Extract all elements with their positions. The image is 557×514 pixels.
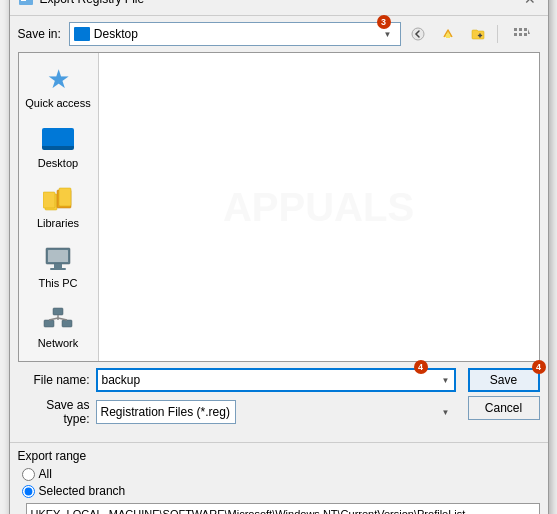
registry-icon bbox=[18, 0, 34, 7]
radio-selected-branch[interactable] bbox=[22, 485, 35, 498]
sidebar-item-quickaccess-label: Quick access bbox=[25, 97, 90, 109]
save-in-combo-wrap: Desktop ▼ 3 bbox=[69, 22, 401, 46]
svg-rect-5 bbox=[446, 34, 450, 38]
sidebar-item-thispc[interactable]: This PC bbox=[19, 237, 98, 297]
svg-point-4 bbox=[412, 28, 424, 40]
radio-selected-branch-label[interactable]: Selected branch bbox=[39, 484, 126, 498]
svg-rect-8 bbox=[524, 28, 527, 31]
export-registry-dialog: Export Registry File ✕ Save in: Desktop … bbox=[9, 0, 549, 514]
back-icon bbox=[411, 27, 425, 41]
radio-all[interactable] bbox=[22, 468, 35, 481]
sidebar-item-desktop-label: Desktop bbox=[38, 157, 78, 169]
close-button[interactable]: ✕ bbox=[520, 0, 540, 9]
save-as-type-select[interactable]: Registration Files (*.reg) bbox=[96, 400, 236, 424]
save-in-text: Desktop bbox=[94, 27, 376, 41]
toolbar: Save in: Desktop ▼ 3 bbox=[10, 16, 548, 52]
location-icon bbox=[74, 27, 90, 41]
export-range-title: Export range bbox=[18, 449, 540, 463]
svg-rect-17 bbox=[48, 250, 68, 262]
svg-rect-10 bbox=[519, 33, 522, 36]
up-icon bbox=[441, 27, 455, 41]
save-button-wrap: Save 4 bbox=[468, 368, 540, 392]
svg-rect-9 bbox=[514, 33, 517, 36]
sidebar: ★ Quick access Desktop bbox=[19, 53, 99, 361]
bottom-area: File name: ▼ 4 Save as type: Registratio… bbox=[10, 362, 548, 438]
file-name-label: File name: bbox=[18, 373, 90, 387]
file-name-input[interactable] bbox=[96, 368, 456, 392]
button-area: Save 4 Cancel bbox=[468, 368, 540, 420]
save-as-type-wrap: Registration Files (*.reg) ▼ bbox=[96, 400, 456, 424]
svg-rect-13 bbox=[43, 192, 55, 208]
cancel-button[interactable]: Cancel bbox=[468, 396, 540, 420]
main-content: ★ Quick access Desktop bbox=[18, 52, 540, 362]
svg-rect-11 bbox=[524, 33, 527, 36]
file-area: APPUALS bbox=[99, 53, 539, 361]
quickaccess-icon: ★ bbox=[42, 65, 74, 93]
title-bar-left: Export Registry File bbox=[18, 0, 145, 7]
file-name-input-wrap: ▼ 4 bbox=[96, 368, 456, 392]
sidebar-item-network[interactable]: Network bbox=[19, 297, 98, 357]
svg-rect-18 bbox=[54, 264, 62, 268]
sidebar-item-thispc-label: This PC bbox=[38, 277, 77, 289]
save-as-type-arrow-icon: ▼ bbox=[442, 408, 450, 417]
back-button[interactable] bbox=[405, 22, 431, 46]
form-rows-area: File name: ▼ 4 Save as type: Registratio… bbox=[18, 368, 540, 432]
svg-line-24 bbox=[49, 318, 58, 320]
new-folder-icon bbox=[471, 27, 485, 41]
svg-rect-19 bbox=[50, 268, 66, 270]
svg-rect-6 bbox=[514, 28, 517, 31]
radio-all-label[interactable]: All bbox=[39, 467, 52, 481]
save-in-label: Save in: bbox=[18, 27, 61, 41]
file-name-row: File name: ▼ 4 bbox=[18, 368, 456, 392]
radio-branch-row: Selected branch bbox=[22, 484, 540, 498]
export-range-section: Export range All Selected branch bbox=[10, 442, 548, 514]
dialog-title: Export Registry File bbox=[40, 0, 145, 6]
title-bar: Export Registry File ✕ bbox=[10, 0, 548, 16]
thispc-icon bbox=[42, 245, 74, 273]
svg-rect-7 bbox=[519, 28, 522, 31]
branch-input[interactable] bbox=[26, 503, 540, 514]
svg-rect-20 bbox=[53, 308, 63, 315]
new-folder-button[interactable] bbox=[465, 22, 491, 46]
save-in-combo[interactable]: Desktop ▼ bbox=[69, 22, 401, 46]
radio-all-row: All bbox=[22, 467, 540, 481]
up-button[interactable] bbox=[435, 22, 461, 46]
views-icon bbox=[513, 27, 531, 41]
form-fields: File name: ▼ 4 Save as type: Registratio… bbox=[18, 368, 456, 432]
svg-rect-15 bbox=[59, 188, 71, 206]
desktop-icon bbox=[42, 125, 74, 153]
sidebar-item-libraries[interactable]: Libraries bbox=[19, 177, 98, 237]
save-as-type-row: Save as type: Registration Files (*.reg)… bbox=[18, 398, 456, 426]
network-icon bbox=[42, 305, 74, 333]
save-button[interactable]: Save bbox=[468, 368, 540, 392]
sidebar-item-quickaccess[interactable]: ★ Quick access bbox=[19, 57, 98, 117]
views-button[interactable] bbox=[504, 22, 540, 46]
radio-group: All Selected branch bbox=[22, 467, 540, 514]
svg-line-25 bbox=[58, 318, 67, 320]
file-name-combo-arrow: ▼ bbox=[438, 368, 454, 392]
sidebar-item-libraries-label: Libraries bbox=[37, 217, 79, 229]
sidebar-item-network-label: Network bbox=[38, 337, 78, 349]
combo-arrow-icon: ▼ bbox=[380, 23, 396, 45]
svg-rect-21 bbox=[44, 320, 54, 327]
toolbar-separator bbox=[497, 25, 498, 43]
libraries-icon bbox=[42, 185, 74, 213]
save-as-type-label: Save as type: bbox=[18, 398, 90, 426]
sidebar-item-desktop[interactable]: Desktop bbox=[19, 117, 98, 177]
watermark: APPUALS bbox=[223, 185, 414, 230]
svg-rect-22 bbox=[62, 320, 72, 327]
svg-rect-3 bbox=[21, 0, 26, 1]
